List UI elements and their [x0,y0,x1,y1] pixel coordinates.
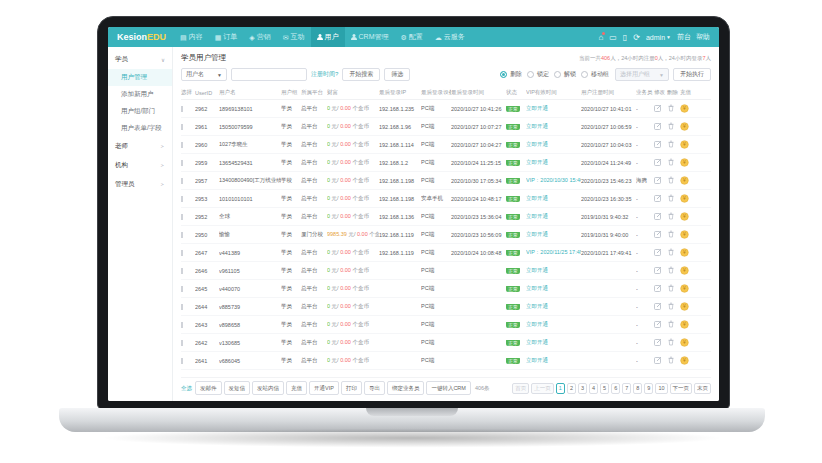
edit-icon[interactable] [654,194,662,202]
recharge-icon[interactable]: ¥ [680,158,689,167]
search-field-select[interactable]: 用户名 ▼ [181,68,227,81]
vip-link[interactable]: VIP：2020/11/25 17:49:41 [526,249,581,255]
delete-icon[interactable] [667,104,675,112]
footer-button-开通VIP[interactable]: 开通VIP [309,381,339,395]
vip-link[interactable]: 立即开通 [526,105,548,111]
edit-icon[interactable] [654,212,662,220]
filter-button[interactable]: 筛选 [384,68,410,81]
nav-item-互动[interactable]: ✉互动 [277,27,311,47]
footer-button-发站内信[interactable]: 发站内信 [252,381,284,395]
edit-icon[interactable] [654,338,662,346]
page-6[interactable]: 6 [611,383,620,394]
recharge-icon[interactable]: ¥ [680,140,689,149]
radio-锁定[interactable] [527,71,534,78]
nav-item-配置[interactable]: ⚙配置 [395,27,429,47]
user-menu[interactable]: admin ▼ [646,34,671,41]
recharge-icon[interactable]: ¥ [680,194,689,203]
search-button[interactable]: 开始搜索 [342,68,380,81]
row-checkbox[interactable] [181,124,183,130]
recharge-icon[interactable]: ¥ [680,122,689,131]
recharge-icon[interactable]: ¥ [680,320,689,329]
reg-time-link[interactable]: 注册时间? [311,70,338,79]
page-first[interactable]: 首页 [512,383,529,394]
crm-transfer-button[interactable]: 一键转入CRM [426,381,471,395]
delete-icon[interactable] [667,356,675,364]
edit-icon[interactable] [654,284,662,292]
refresh-icon[interactable]: ⟳ [633,33,640,42]
row-checkbox[interactable] [181,178,183,184]
delete-icon[interactable] [667,284,675,292]
radio-解锁[interactable] [554,71,561,78]
page-9[interactable]: 9 [644,383,653,394]
footer-button-打印[interactable]: 打印 [341,381,362,395]
recharge-icon[interactable]: ¥ [680,266,689,275]
monitor-icon[interactable]: ▭ [609,33,617,42]
delete-icon[interactable] [667,248,675,256]
edit-icon[interactable] [654,356,662,364]
sidebar-item-添加新用户[interactable]: 添加新用户 [108,86,172,103]
recharge-icon[interactable]: ¥ [680,230,689,239]
vip-link[interactable]: 立即开通 [526,339,548,345]
sidebar-item-用户管理[interactable]: 用户管理 [108,69,172,86]
page-2[interactable]: 2 [567,383,576,394]
sidebar-group-学员[interactable]: 学员∨ [108,50,172,69]
delete-icon[interactable] [667,266,675,274]
footer-button-发邮件[interactable]: 发邮件 [195,381,222,395]
edit-icon[interactable] [654,248,662,256]
footer-button-充值[interactable]: 充值 [286,381,307,395]
page-7[interactable]: 7 [622,383,631,394]
delete-icon[interactable] [667,194,675,202]
edit-icon[interactable] [654,266,662,274]
delete-icon[interactable] [667,302,675,310]
edit-icon[interactable] [654,104,662,112]
row-checkbox[interactable] [181,304,183,310]
row-checkbox[interactable] [181,250,183,256]
sidebar-item-用户组/部门[interactable]: 用户组/部门 [108,103,172,120]
vip-link[interactable]: 立即开通 [526,285,548,291]
recharge-icon[interactable]: ¥ [680,302,689,311]
edit-icon[interactable] [654,230,662,238]
recharge-icon[interactable]: ¥ [680,104,689,113]
row-checkbox[interactable] [181,268,183,274]
delete-icon[interactable] [667,176,675,184]
page-next[interactable]: 下一页 [670,383,693,394]
row-checkbox[interactable] [181,358,183,364]
delete-icon[interactable] [667,122,675,130]
page-prev[interactable]: 上一页 [531,383,554,394]
nav-item-CRM管理[interactable]: CRM管理 [345,27,395,47]
footer-button-导出[interactable]: 导出 [364,381,385,395]
quick-link-前台[interactable]: 前台 [677,32,691,42]
page-8[interactable]: 8 [633,383,642,394]
recharge-icon[interactable]: ¥ [680,248,689,257]
vip-link[interactable]: VIP：2020/10/30 15:46:23 [526,177,581,183]
mobile-icon[interactable]: ▯ [623,33,627,42]
page-10[interactable]: 10 [655,383,667,394]
nav-item-营销[interactable]: ◈营销 [243,27,276,47]
page-1[interactable]: 1 [556,383,565,394]
select-all-link[interactable]: 全选 [181,385,192,392]
recharge-icon[interactable]: ¥ [680,284,689,293]
vip-link[interactable]: 立即开通 [526,123,548,129]
group-select[interactable]: 选择用户组 ▼ [615,68,669,81]
row-checkbox[interactable] [181,340,183,346]
row-checkbox[interactable] [181,232,183,238]
sidebar-item-用户表单/字段[interactable]: 用户表单/字段 [108,120,172,137]
nav-item-用户[interactable]: 用户 [311,27,345,47]
recharge-icon[interactable]: ¥ [680,338,689,347]
row-checkbox[interactable] [181,214,183,220]
row-checkbox[interactable] [181,286,183,292]
page-last[interactable]: 末页 [694,383,711,394]
row-checkbox[interactable] [181,322,183,328]
page-3[interactable]: 3 [578,383,587,394]
footer-button-发短信[interactable]: 发短信 [224,381,251,395]
row-checkbox[interactable] [181,196,183,202]
delete-icon[interactable] [667,212,675,220]
home-icon[interactable]: ⌂ [598,33,603,42]
page-5[interactable]: 5 [600,383,609,394]
delete-icon[interactable] [667,320,675,328]
delete-icon[interactable] [667,338,675,346]
edit-icon[interactable] [654,140,662,148]
row-checkbox[interactable] [181,160,183,166]
recharge-icon[interactable]: ¥ [680,212,689,221]
vip-link[interactable]: 立即开通 [526,303,548,309]
